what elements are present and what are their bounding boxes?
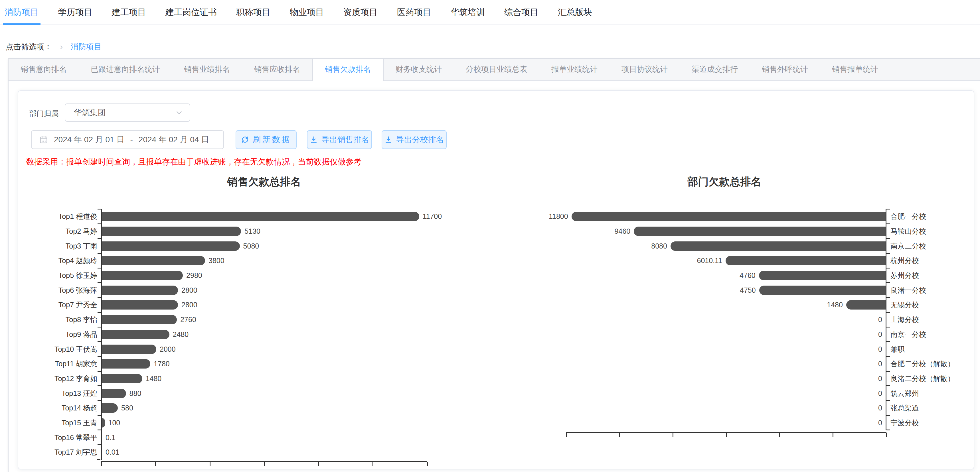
bar [102,271,183,280]
chart-row: 11800合肥一分校 [566,209,980,224]
date-range-end: 2024 年 02 月 04 日 [138,134,209,145]
chart-row: Top9 蒋品2480 [45,327,427,342]
chart-row: 0良渚二分校（解散） [566,371,980,386]
topnav-item-7[interactable]: 资质项目 [344,0,378,24]
category-label: Top9 蒋品 [45,330,101,339]
category-label: Top8 李怡 [45,315,101,325]
plot-area: 0 [566,342,886,356]
plot-area: 0 [566,401,886,416]
secondary-tab-2[interactable]: 已跟进意向排名统计 [79,59,172,81]
plot-area: 1480 [566,298,886,312]
category-label: Top15 王青 [45,418,101,428]
chart-row: Top8 李怡2760 [45,312,427,327]
secondary-tab-5[interactable]: 销售欠款排名 [312,59,383,81]
value-label: 0 [878,330,882,339]
secondary-tab-11[interactable]: 销售外呼统计 [750,59,820,81]
chart-row: Top13 汪煌880 [45,386,427,401]
bar [102,330,169,339]
chart-row: 0筑云郑州 [566,386,980,401]
chart-row: Top12 李育如1480 [45,371,427,386]
axis-tick [427,462,428,466]
date-range-picker[interactable]: 2024 年 02 月 01 日 - 2024 年 02 月 04 日 [31,130,224,149]
secondary-tab-8[interactable]: 报单业绩统计 [539,59,609,81]
secondary-tab-4[interactable]: 销售应收排名 [242,59,312,81]
plot-area: 4750 [566,283,886,298]
plot-area: 5080 [101,239,427,253]
plot-area: 580 [101,401,427,416]
category-label: 筑云郑州 [886,389,980,398]
sales-debt-chart-title: 销售欠款总排名 [150,175,378,189]
plot-area: 8080 [566,239,886,253]
category-label: 宁波分校 [886,418,980,428]
topnav-item-3[interactable]: 建工项目 [112,0,146,24]
topnav-item-6[interactable]: 物业项目 [290,0,324,24]
category-label: Top7 尹秀全 [45,300,101,309]
refresh-icon [241,135,249,144]
refresh-data-button[interactable]: 刷新数据 [235,130,297,149]
category-label: Top1 程道俊 [45,212,101,221]
category-label: 南京二分校 [886,241,980,251]
category-label: Top3 丁雨 [45,241,101,251]
secondary-tab-1[interactable]: 销售意向排名 [8,59,79,81]
category-label: 马鞍山分校 [886,226,980,236]
bar [102,226,241,236]
plot-area: 2800 [101,298,427,312]
chart-row: Top10 王伏嵩2000 [45,342,427,356]
category-label: 良渚二分校（解散） [886,374,980,383]
value-label: 1480 [827,301,843,309]
bar [102,256,205,265]
secondary-tab-10[interactable]: 渠道成交排行 [680,59,750,81]
secondary-tab-3[interactable]: 销售业绩排名 [172,59,242,81]
axis-tick [210,462,210,466]
topnav-item-5[interactable]: 职称项目 [236,0,270,24]
value-label: 0 [878,404,882,412]
chart-row: Top6 张海萍2800 [45,283,427,298]
breadcrumb-link[interactable]: 消防项目 [71,42,102,52]
topnav-item-9[interactable]: 华筑培训 [451,0,485,24]
category-label: 兼职 [886,345,980,354]
topnav-item-8[interactable]: 医药项目 [397,0,431,24]
chart-row: 1480无锡分校 [566,298,980,312]
topnav-item-4[interactable]: 建工岗位证书 [165,0,217,24]
breadcrumb: 点击筛选项： › 消防项目 [6,42,102,52]
secondary-tab-12[interactable]: 销售报单统计 [820,59,890,81]
axis-tick [155,462,156,466]
secondary-tab-6[interactable]: 财务收支统计 [383,59,454,81]
topnav-item-11[interactable]: 汇总版块 [558,0,592,24]
chart-row: Top11 胡家意1780 [45,356,427,371]
axis-tick [566,433,567,437]
chart-rows: 11800合肥一分校9460马鞍山分校8080南京二分校6010.11杭州分校4… [566,209,980,430]
department-select[interactable]: 华筑集团 [65,103,190,122]
secondary-tab-9[interactable]: 项目协议统计 [609,59,680,81]
category-label: Top10 王伏嵩 [45,345,101,354]
value-label: 5130 [245,227,260,236]
topnav-item-10[interactable]: 综合项目 [504,0,538,24]
value-label: 0 [878,419,882,427]
category-label: 苏州分校 [886,271,980,280]
bar [102,389,126,398]
topnav-item-1[interactable]: 消防项目 [5,0,39,24]
chart-row: Top7 尹秀全2800 [45,298,427,312]
topnav-item-2[interactable]: 学历项目 [58,0,92,24]
bar [634,226,886,236]
value-label: 2000 [160,345,176,353]
bar [571,212,886,221]
value-label: 3800 [208,257,224,265]
value-label: 5080 [243,242,259,250]
export-sales-ranking-button[interactable]: 导出销售排名 [307,130,372,149]
value-label: 2800 [181,301,197,309]
value-label: 9460 [614,227,630,236]
bar [102,241,240,251]
plot-area: 0 [566,356,886,371]
plot-area: 11700 [101,209,427,224]
plot-area: 0 [566,386,886,401]
secondary-tab-7[interactable]: 分校项目业绩总表 [454,59,539,81]
value-label: 0 [878,389,882,398]
export-sales-ranking-label: 导出销售排名 [321,134,369,145]
export-branch-ranking-button[interactable]: 导出分校排名 [382,130,447,149]
value-label: 0 [878,315,882,324]
report-tabs: 销售意向排名已跟进意向排名统计销售业绩排名销售应收排名销售欠款排名财务收支统计分… [8,59,980,81]
plot-area: 11800 [566,209,886,224]
value-label: 1780 [154,360,170,368]
chart-row: 0南京一分校 [566,327,980,342]
